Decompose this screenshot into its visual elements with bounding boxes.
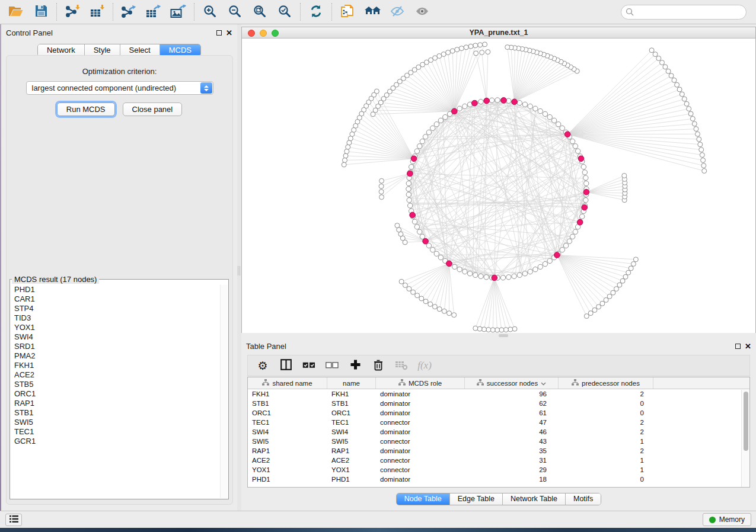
cell: dominator [376, 475, 465, 484]
result-list-item[interactable]: ACE2 [11, 370, 220, 380]
tab-select[interactable]: Select [120, 44, 160, 56]
table-row[interactable]: YOX1YOX1connector291 [248, 465, 749, 475]
cell: 62 [465, 399, 559, 408]
result-list-item[interactable]: RAP1 [11, 399, 220, 408]
select-all-columns-button[interactable] [300, 357, 318, 374]
column-header-successor-nodes[interactable]: successor nodes [465, 377, 559, 389]
function-builder-button[interactable]: f(x) [416, 357, 433, 374]
close-panel-action-button[interactable]: Close panel [123, 102, 183, 116]
zoom-selected-button[interactable] [272, 2, 297, 21]
memory-button[interactable]: Memory [703, 513, 751, 526]
chevron-down-icon[interactable] [541, 380, 546, 387]
tab-style[interactable]: Style [84, 44, 120, 56]
criterion-select[interactable]: largest connected component (undirected) [26, 81, 213, 95]
result-list-item[interactable]: PMA2 [11, 351, 220, 361]
tab-mcds[interactable]: MCDS [160, 44, 200, 56]
result-list-item[interactable]: PHD1 [11, 285, 220, 294]
unselect-all-columns-button[interactable] [323, 357, 341, 374]
table-row[interactable]: FKH1FKH1dominator962 [248, 389, 749, 399]
open-session-button[interactable] [4, 2, 28, 21]
result-list-item[interactable]: STB1 [11, 408, 220, 418]
cell: dominator [376, 446, 465, 456]
import-network-button[interactable] [60, 2, 85, 21]
result-list-item[interactable]: STB5 [11, 380, 220, 389]
table-row[interactable]: SWI4SWI4dominator462 [248, 427, 749, 437]
vertical-splitter[interactable] [237, 24, 241, 511]
control-panel: Control Panel ✕ NetworkStyleSelectMCDS O… [1, 24, 237, 511]
cell: 29 [465, 465, 559, 475]
column-header-name[interactable]: name [327, 377, 376, 389]
network-canvas[interactable] [242, 39, 755, 333]
search-input[interactable] [621, 5, 747, 20]
cell: dominator [376, 408, 465, 418]
table-row[interactable]: ORC1ORC1dominator610 [248, 408, 749, 418]
export-image-button[interactable] [166, 2, 191, 21]
select-all-columns-icon [302, 361, 315, 370]
column-header-predecessor-nodes[interactable]: predecessor nodes [559, 377, 653, 389]
tab-edge-table[interactable]: Edge Table [449, 493, 502, 505]
result-list-item[interactable]: GCR1 [11, 437, 220, 446]
minimize-window-icon[interactable] [260, 30, 267, 37]
cell: STB1 [248, 399, 327, 408]
import-table-button[interactable] [85, 2, 110, 21]
toggle-columns-button[interactable] [277, 357, 295, 374]
cell: 1 [559, 456, 653, 465]
table-row[interactable]: PHD1PHD1dominator180 [248, 475, 749, 484]
table-row[interactable]: STB1STB1dominator620 [248, 399, 749, 408]
result-list-item[interactable]: TEC1 [11, 427, 220, 437]
hide-eye-button[interactable] [385, 2, 410, 21]
task-history-button[interactable] [5, 514, 22, 526]
column-header-shared-name[interactable]: shared name [248, 377, 327, 389]
cell: dominator [376, 427, 465, 437]
save-session-button[interactable] [28, 2, 53, 21]
clone-network-button[interactable] [335, 2, 360, 21]
apply-layout-button[interactable] [304, 2, 328, 21]
result-list-item[interactable]: STP4 [11, 304, 220, 313]
table-row[interactable]: RAP1RAP1dominator352 [248, 446, 749, 456]
result-list-item[interactable]: TID3 [11, 313, 220, 323]
tab-node-table[interactable]: Node Table [397, 493, 449, 505]
delete-table-button[interactable] [393, 357, 410, 374]
result-list-item[interactable]: SWI5 [11, 418, 220, 427]
close-window-icon[interactable] [248, 30, 255, 37]
tab-motifs[interactable]: Motifs [565, 493, 601, 505]
tab-network[interactable]: Network [38, 44, 84, 56]
network-graph [242, 39, 755, 333]
add-column-button[interactable] [346, 357, 364, 374]
show-eye-button[interactable] [410, 2, 435, 21]
export-network-button[interactable] [116, 2, 141, 21]
run-mcds-button[interactable]: Run MCDS [57, 102, 115, 116]
cell: 47 [465, 418, 559, 427]
mcds-result-scrollbar[interactable] [220, 285, 228, 498]
table-settings-button[interactable]: ⚙ [254, 357, 272, 374]
table-scrollbar[interactable] [741, 390, 749, 487]
float-panel-button[interactable] [216, 30, 222, 36]
double-home-button[interactable] [360, 2, 385, 21]
cell: 31 [465, 456, 559, 465]
zoom-in-button[interactable] [197, 2, 222, 21]
table-row[interactable]: SWI5SWI5connector431 [248, 437, 749, 446]
table-scrollbar-thumb[interactable] [744, 392, 748, 451]
network-window-titlebar[interactable]: YPA_prune.txt_1 [242, 27, 755, 39]
table-row[interactable]: ACE2ACE2connector311 [248, 456, 749, 465]
table-row[interactable]: TEC1TEC1connector472 [248, 418, 749, 427]
mcds-result-list[interactable]: PHD1CAR1STP4TID3YOX1SWI4SRD1PMA2FKH1ACE2… [11, 285, 220, 498]
delete-columns-button[interactable] [369, 357, 387, 374]
result-list-item[interactable]: SWI4 [11, 332, 220, 342]
result-list-item[interactable]: ORC1 [11, 389, 220, 399]
zoom-out-button[interactable] [222, 2, 247, 21]
close-table-panel-button[interactable]: ✕ [745, 342, 751, 350]
export-table-button[interactable] [141, 2, 166, 21]
result-list-item[interactable]: SRD1 [11, 342, 220, 351]
close-panel-button[interactable]: ✕ [226, 29, 232, 37]
horizontal-splitter[interactable] [241, 333, 756, 338]
column-header-MCDS-role[interactable]: MCDS role [376, 377, 465, 389]
result-list-item[interactable]: CAR1 [11, 294, 220, 304]
zoom-fit-button[interactable] [247, 2, 272, 21]
result-list-item[interactable]: YOX1 [11, 323, 220, 332]
float-table-panel-button[interactable] [735, 344, 741, 349]
result-list-item[interactable]: FKH1 [11, 361, 220, 370]
tab-network-table[interactable]: Network Table [502, 493, 565, 505]
cell: FKH1 [327, 389, 376, 399]
maximize-window-icon[interactable] [272, 30, 279, 37]
